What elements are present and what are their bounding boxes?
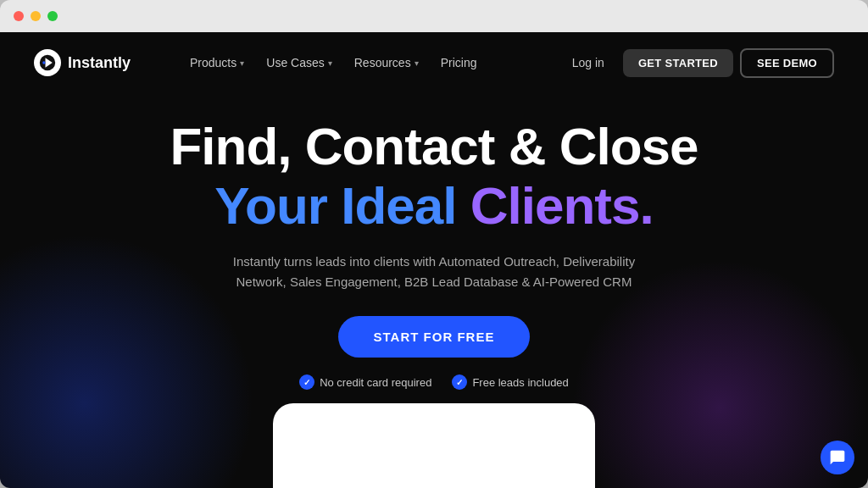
svg-point-2 [42,61,45,64]
hero-headline-blue: Your Ideal [214,176,456,235]
see-demo-button[interactable]: SEE DEMO [740,48,834,78]
hero-description: Instantly turns leads into clients with … [222,252,646,292]
trust-item-free-leads: Free leads included [452,374,568,390]
close-button[interactable] [14,11,24,21]
browser-content: Instantly Products ▾ Use Cases ▾ Resourc… [0,32,868,488]
chevron-down-icon: ▾ [328,58,332,68]
get-started-button[interactable]: GET STARTED [623,49,733,77]
nav-actions: Log in GET STARTED SEE DEMO [560,48,834,78]
browser-window: Instantly Products ▾ Use Cases ▾ Resourc… [0,0,868,488]
logo-text: Instantly [68,54,131,72]
start-free-button[interactable]: START FOR FREE [338,316,531,358]
check-icon-2 [452,374,467,390]
login-button[interactable]: Log in [560,49,616,76]
hero-headline-purple: Clients. [470,176,654,235]
minimize-button[interactable] [31,11,41,21]
hero-headline-line2: Your Ideal Clients. [214,177,653,235]
nav-item-use-cases[interactable]: Use Cases ▾ [258,51,340,75]
hero-section: Find, Contact & Close Your Ideal Clients… [0,93,868,390]
logo-icon [34,49,61,76]
trust-item-no-credit-card: No credit card required [299,374,431,390]
bottom-card [273,403,595,488]
trust-badges: No credit card required Free leads inclu… [299,374,569,390]
nav-links: Products ▾ Use Cases ▾ Resources ▾ Prici… [181,51,560,75]
nav-item-pricing[interactable]: Pricing [432,51,486,75]
check-icon-1 [299,374,314,390]
nav-item-products[interactable]: Products ▾ [181,51,253,75]
hero-headline-line1: Find, Contact & Close [170,119,698,174]
chevron-down-icon: ▾ [240,58,244,68]
navbar: Instantly Products ▾ Use Cases ▾ Resourc… [0,32,868,93]
nav-item-resources[interactable]: Resources ▾ [346,51,427,75]
browser-chrome [0,0,868,32]
chat-widget-button[interactable] [821,441,854,474]
chevron-down-icon: ▾ [415,58,419,68]
logo[interactable]: Instantly [34,49,131,76]
maximize-button[interactable] [47,11,58,21]
